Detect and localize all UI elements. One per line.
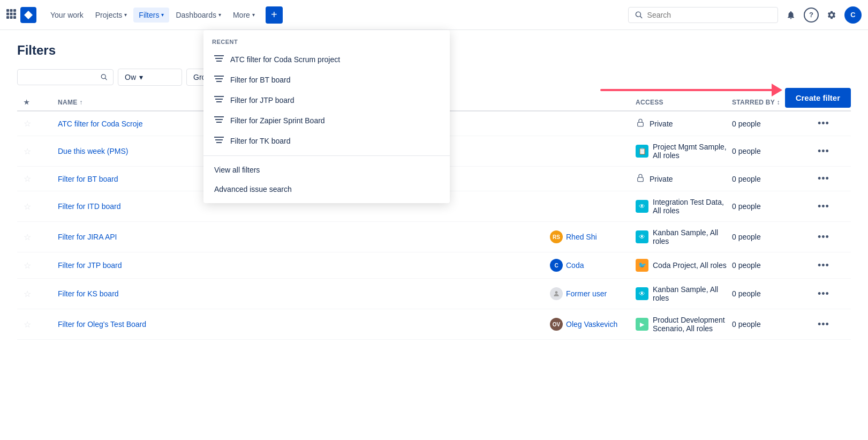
grid-icon[interactable] [6,9,16,20]
filter-search-input[interactable] [23,73,101,81]
dropdown-item-5[interactable]: Filter for TK board [203,131,450,151]
filter-link[interactable]: Filter for ITD board [58,202,120,211]
more-options-button[interactable]: ••• [818,260,829,271]
dropdown-item-label-3: Filter for JTP board [230,96,295,105]
search-input[interactable] [647,11,771,19]
access-label: Project Mgmt Sample, All roles [653,143,732,160]
advanced-issue-search-link[interactable]: Advanced issue search [203,180,450,199]
star-cell[interactable]: ☆ [24,146,41,156]
row-actions-cell[interactable]: ••• [818,288,844,300]
access-label: Private [650,120,673,128]
dropdown-item-1[interactable]: ATC filter for Coda Scrum project [203,49,450,70]
table-row: ☆ Filter for KS board Former user 👁 Kanb… [17,279,851,309]
row-actions-cell[interactable]: ••• [818,173,844,184]
row-access-cell: 📋 Project Mgmt Sample, All roles [636,143,732,160]
star-icon[interactable]: ☆ [24,233,31,242]
search-icon [635,11,643,19]
row-actions-cell[interactable]: ••• [818,319,844,330]
row-actions-cell[interactable]: ••• [818,118,844,129]
filter-search-box[interactable] [17,69,114,85]
more-options-button[interactable]: ••• [818,288,829,299]
filter-link[interactable]: ATC filter for Coda Scroje [58,120,142,128]
nav-more[interactable]: More ▾ [228,8,260,23]
access-icon: 🐦 [636,259,648,272]
star-cell[interactable]: ☆ [24,260,41,271]
settings-icon[interactable] [823,6,840,24]
owner-avatar: C [550,259,563,272]
star-cell[interactable]: ☆ [24,319,41,330]
filter-link[interactable]: Filter for JIRA API [58,233,117,241]
more-options-button[interactable]: ••• [818,201,829,212]
nav-right: ? C [628,6,862,24]
dropdown-item-2[interactable]: Filter for BT board [203,70,450,90]
filter-icon-3 [214,95,224,105]
star-icon[interactable]: ☆ [24,289,31,299]
more-options-button[interactable]: ••• [818,146,829,156]
owner-cell: OV Oleg Vaskevich [550,318,636,331]
help-icon[interactable]: ? [804,8,819,23]
star-cell[interactable]: ☆ [24,289,41,299]
owner-name[interactable]: Rhed Shi [566,233,597,241]
filter-link[interactable]: Filter for BT board [58,175,118,183]
table-row: ☆ Filter for JTP board C Coda 🐦 Coda Pro… [17,252,851,279]
star-icon[interactable]: ☆ [24,261,31,270]
dashboards-chevron-icon: ▾ [218,12,221,18]
more-options-button[interactable]: ••• [818,173,829,184]
create-filter-button[interactable]: Create filter [785,88,851,108]
row-actions-cell[interactable]: ••• [818,260,844,271]
svg-rect-3 [6,13,9,16]
star-cell[interactable]: ☆ [24,202,41,212]
more-options-button[interactable]: ••• [818,118,829,129]
filter-link[interactable]: Filter for JTP board [58,261,122,270]
star-icon[interactable]: ☆ [24,119,31,128]
owner-name[interactable]: Coda [566,261,584,270]
star-icon[interactable]: ☆ [24,202,31,211]
star-cell[interactable]: ☆ [24,232,41,242]
notifications-icon[interactable] [782,6,799,24]
user-avatar[interactable]: C [844,6,862,24]
owner-avatar: RS [550,230,563,243]
svg-rect-6 [6,16,9,19]
filter-link[interactable]: Filter for KS board [58,289,119,298]
nav-dashboards[interactable]: Dashboards ▾ [170,8,227,23]
more-options-button[interactable]: ••• [818,232,829,242]
star-cell[interactable]: ☆ [24,118,41,129]
search-box[interactable] [628,7,778,23]
logo[interactable] [20,7,36,23]
svg-rect-4 [10,13,13,16]
row-starred-by-cell: 0 people [732,120,818,128]
access-label: Coda Project, All roles [653,261,727,270]
projects-chevron-icon: ▾ [124,12,127,18]
nav-projects[interactable]: Projects ▾ [90,8,133,23]
owner-chevron-icon: ▾ [139,73,143,81]
owner-filter-label: Ow [125,73,136,81]
svg-rect-2 [13,9,16,12]
row-actions-cell[interactable]: ••• [818,232,844,243]
star-icon[interactable]: ☆ [24,147,31,156]
star-icon[interactable]: ☆ [24,174,31,183]
svg-rect-7 [10,16,13,19]
owner-name[interactable]: Oleg Vaskevich [566,320,617,329]
filter-link[interactable]: Due this week (PMS) [58,147,128,155]
filter-icon-4 [214,116,224,125]
row-actions-cell[interactable]: ••• [818,201,844,212]
dropdown-item-4[interactable]: Filter for Zapier Sprint Board [203,110,450,131]
filter-icon-5 [214,136,224,146]
star-icon[interactable]: ☆ [24,320,31,329]
access-icon: 📋 [636,145,648,158]
nav-your-work[interactable]: Your work [45,8,89,23]
row-name-cell: Filter for Oleg's Test Board [58,320,550,329]
view-all-filters-link[interactable]: View all filters [203,160,450,180]
filter-link[interactable]: Filter for Oleg's Test Board [58,320,146,329]
nav-filters[interactable]: Filters ▾ [133,8,169,23]
owner-filter-dropdown[interactable]: Ow ▾ [118,69,182,86]
filters-chevron-icon: ▾ [161,12,164,18]
row-access-cell: ▶ Product Development Scenario, All role… [636,316,732,333]
create-button[interactable]: + [266,6,283,24]
star-cell[interactable]: ☆ [24,174,41,184]
row-actions-cell[interactable]: ••• [818,146,844,157]
more-options-button[interactable]: ••• [818,319,829,330]
owner-name[interactable]: Former user [566,289,607,298]
dropdown-item-3[interactable]: Filter for JTP board [203,90,450,110]
row-starred-by-cell: 0 people [732,175,818,183]
